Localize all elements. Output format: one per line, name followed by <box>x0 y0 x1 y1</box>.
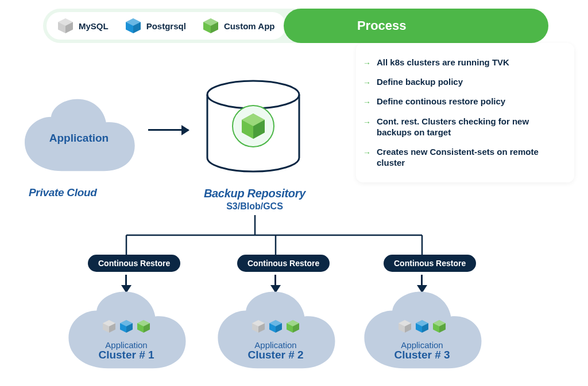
process-title: Process <box>357 18 407 33</box>
svg-point-3 <box>207 81 299 108</box>
process-panel: →All k8s clusters are running TVK →Defin… <box>356 43 574 182</box>
process-list: →All k8s clusters are running TVK →Defin… <box>363 57 563 169</box>
repo-label: Backup Repository S3/Blob/GCS <box>193 187 316 212</box>
cluster-label: Application Cluster # 1 <box>60 340 192 361</box>
cube-icon <box>203 18 218 33</box>
legend-label: Postgrsql <box>146 21 186 31</box>
process-step-text: Define continous restore policy <box>377 96 505 107</box>
process-step-text: Cont. rest. Clusters checking for new ba… <box>377 116 563 138</box>
continuous-restore-pill: Continous Restore <box>237 255 330 272</box>
cluster-label: Application Cluster # 2 <box>210 340 342 361</box>
cube-icon <box>399 320 411 333</box>
legend-bar: MySQL Postgrsql Custom App Process <box>43 9 548 43</box>
cube-icon <box>433 320 446 333</box>
arrow-right-icon <box>148 129 188 131</box>
cluster-name: Cluster # 2 <box>210 349 342 361</box>
legend-label: MySQL <box>79 21 109 31</box>
cluster-label: Application Cluster # 3 <box>356 340 488 361</box>
legend-inner: MySQL Postgrsql Custom App <box>47 12 286 40</box>
process-title-pill: Process <box>284 9 548 43</box>
application-label: Application <box>14 132 144 145</box>
cube-icon <box>103 320 115 333</box>
process-step: →Creates new Consistent-sets on remote c… <box>363 146 563 169</box>
process-step-text: Creates new Consistent-sets on remote cl… <box>377 146 563 169</box>
cluster-cloud-2: Application Cluster # 2 <box>210 284 342 379</box>
cube-icon <box>120 320 133 333</box>
cube-icon <box>287 320 299 333</box>
continuous-restore-pill: Continous Restore <box>88 255 180 272</box>
cluster-name: Cluster # 3 <box>356 349 488 361</box>
continuous-restore-pill: Continous Restore <box>384 255 476 272</box>
backup-repository <box>203 77 304 178</box>
process-step-text: All k8s clusters are running TVK <box>377 57 509 68</box>
cube-icon <box>252 320 265 333</box>
arrow-right-icon: → <box>363 97 371 107</box>
application-cloud: Application <box>14 98 144 172</box>
process-step: →All k8s clusters are running TVK <box>363 57 563 68</box>
arrow-right-icon: → <box>363 58 371 68</box>
cube-icon <box>126 18 141 33</box>
cluster-icons <box>356 320 488 333</box>
repo-subtitle: S3/Blob/GCS <box>193 201 316 212</box>
process-step: →Define backup policy <box>363 76 563 88</box>
process-step: →Define continous restore policy <box>363 96 563 107</box>
cluster-icons <box>210 320 342 333</box>
cube-icon <box>58 18 73 33</box>
process-step: →Cont. rest. Clusters checking for new b… <box>363 116 563 138</box>
cube-icon <box>416 320 428 333</box>
legend-item-customapp: Custom App <box>203 18 275 33</box>
cube-icon <box>137 320 150 333</box>
legend-item-mysql: MySQL <box>58 18 109 33</box>
cluster-icons <box>60 320 192 333</box>
cylinder-icon <box>203 77 304 178</box>
private-cloud-label: Private Cloud <box>29 186 97 199</box>
legend-item-postgresql: Postgrsql <box>126 18 186 33</box>
legend-label: Custom App <box>224 21 275 31</box>
arrow-right-icon: → <box>363 77 371 88</box>
cluster-name: Cluster # 1 <box>60 349 192 361</box>
cube-icon <box>269 320 282 333</box>
cluster-cloud-1: Application Cluster # 1 <box>60 284 192 379</box>
cluster-cloud-3: Application Cluster # 3 <box>356 284 488 379</box>
process-step-text: Define backup policy <box>377 76 463 88</box>
repo-title: Backup Repository <box>193 187 316 200</box>
arrow-right-icon: → <box>363 147 371 158</box>
arrow-right-icon: → <box>363 117 371 127</box>
